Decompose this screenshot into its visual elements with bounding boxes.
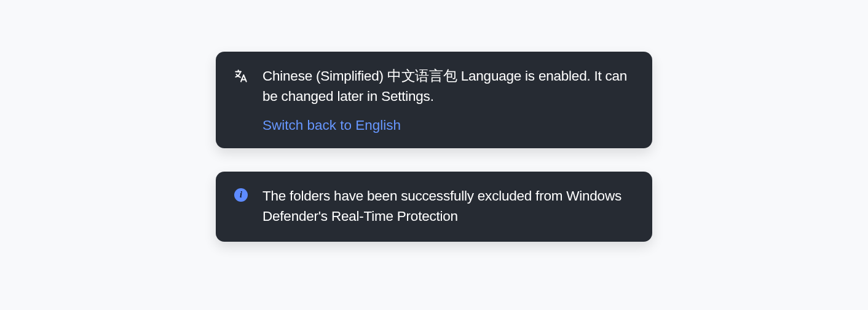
notification-message: The folders have been successfully exclu… [262,186,635,226]
notification-content: The folders have been successfully exclu… [262,186,635,226]
switch-english-link[interactable]: Switch back to English [262,117,401,133]
translate-icon [233,66,249,84]
info-icon: i [233,186,249,202]
defender-notification: i The folders have been successfully exc… [216,172,652,241]
language-notification: Chinese (Simplified) 中文语言包 Language is e… [216,52,652,148]
notification-content: Chinese (Simplified) 中文语言包 Language is e… [262,66,635,133]
notification-message: Chinese (Simplified) 中文语言包 Language is e… [262,66,635,106]
